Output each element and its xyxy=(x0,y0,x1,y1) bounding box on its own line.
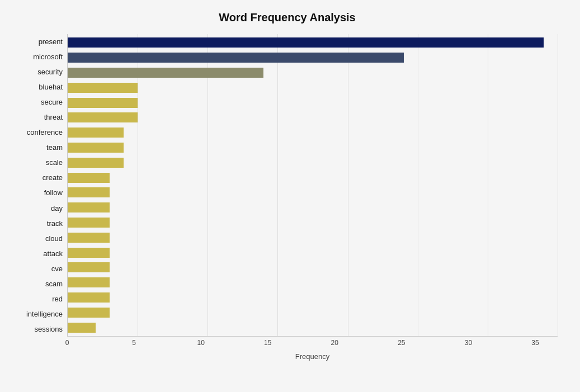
bar xyxy=(68,173,110,183)
bar-row xyxy=(68,291,558,304)
y-label: bluehat xyxy=(39,81,63,94)
bar-row xyxy=(68,246,558,259)
x-tick-label: 30 xyxy=(465,339,472,347)
chart-title: Word Frequency Analysis xyxy=(17,11,558,24)
bar xyxy=(68,143,124,153)
bar-row xyxy=(68,216,558,229)
bar xyxy=(68,37,544,48)
y-label: cve xyxy=(51,262,63,275)
bar xyxy=(68,248,110,258)
bar-row xyxy=(68,171,558,185)
bar-row xyxy=(68,276,558,289)
bar xyxy=(68,98,138,108)
bar-row xyxy=(68,231,558,244)
x-tick-label: 5 xyxy=(132,339,136,347)
bar-row xyxy=(68,141,558,154)
bar-row xyxy=(68,321,558,334)
y-label: attack xyxy=(43,247,63,260)
bar xyxy=(68,233,110,243)
chart-area: presentmicrosoftsecuritybluehatsecurethr… xyxy=(17,34,558,337)
y-label: present xyxy=(39,35,63,49)
y-label: track xyxy=(47,216,63,230)
bar xyxy=(68,218,110,228)
bar xyxy=(68,292,110,303)
x-tick-label: 35 xyxy=(531,339,539,347)
y-label: conference xyxy=(27,126,63,139)
x-axis-title: Frequency xyxy=(67,352,558,361)
y-label: create xyxy=(43,171,63,185)
bar-row xyxy=(68,201,558,214)
bar xyxy=(68,127,124,138)
bar xyxy=(68,308,110,318)
bar-row xyxy=(68,156,558,169)
bar xyxy=(68,202,110,212)
y-label: sessions xyxy=(34,322,63,336)
bar xyxy=(68,158,124,168)
y-label: team xyxy=(46,141,63,154)
bar xyxy=(68,187,110,197)
bar xyxy=(68,262,110,272)
x-tick-label: 25 xyxy=(398,339,405,347)
bar-row xyxy=(68,51,558,64)
bar xyxy=(68,277,110,287)
x-axis-labels: 05101520253035 xyxy=(67,339,535,350)
bar xyxy=(68,53,404,63)
bar-row xyxy=(68,186,558,199)
y-label: security xyxy=(37,65,63,79)
y-label: threat xyxy=(44,111,63,124)
bar-row xyxy=(68,306,558,319)
y-label: scale xyxy=(46,156,63,169)
bar xyxy=(68,112,138,122)
y-label: secure xyxy=(41,96,63,109)
bar-row xyxy=(68,111,558,124)
x-tick-label: 10 xyxy=(197,339,204,347)
y-label: cloud xyxy=(45,232,63,245)
x-tick-label: 15 xyxy=(264,339,271,347)
bar-row xyxy=(68,36,558,49)
bar xyxy=(68,323,96,333)
chart-container: Word Frequency Analysis presentmicrosoft… xyxy=(0,0,580,392)
bar-row xyxy=(68,96,558,110)
x-tick-label: 0 xyxy=(65,339,69,347)
bar-row xyxy=(68,66,558,79)
plot-area xyxy=(67,34,558,337)
y-label: microsoft xyxy=(33,50,63,64)
bar xyxy=(68,83,138,93)
y-label: scam xyxy=(45,277,63,290)
y-label: follow xyxy=(44,186,63,200)
x-tick-label: 20 xyxy=(331,339,338,347)
y-label: day xyxy=(51,201,63,215)
bar-row xyxy=(68,81,558,95)
y-axis: presentmicrosoftsecuritybluehatsecurethr… xyxy=(17,34,67,337)
y-label: intelligence xyxy=(26,307,63,320)
bar-row xyxy=(68,261,558,274)
y-label: red xyxy=(52,292,63,305)
grid-line xyxy=(558,34,558,336)
bar xyxy=(68,68,263,78)
bar-row xyxy=(68,126,558,139)
